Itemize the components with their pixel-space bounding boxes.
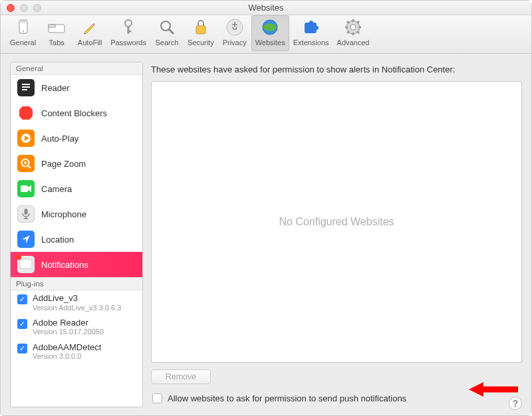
tab-privacy[interactable]: Privacy bbox=[218, 15, 251, 51]
svg-rect-6 bbox=[128, 26, 130, 34]
plugin-item-adobe-reader[interactable]: ✓ Adobe Reader Version 15.017.20050 bbox=[11, 315, 142, 340]
titlebar: Websites bbox=[1, 1, 531, 15]
plugin-item-addlive[interactable]: ✓ AddLive_v3 Version AddLive_v3 3.0.6.3 bbox=[11, 290, 142, 315]
sidebar-item-label: Reader bbox=[41, 83, 70, 93]
tabs-icon bbox=[47, 18, 66, 37]
reader-icon bbox=[17, 79, 35, 96]
autofill-icon bbox=[80, 18, 99, 37]
allow-permission-row: Allow websites to ask for permission to … bbox=[151, 391, 522, 407]
svg-rect-38 bbox=[25, 209, 28, 215]
sidebar-item-content-blockers[interactable]: Content Blockers bbox=[11, 100, 142, 126]
empty-state-text: No Configured Websites bbox=[279, 216, 394, 228]
sidebar-item-microphone[interactable]: Microphone bbox=[11, 201, 142, 227]
tab-label: Extensions bbox=[293, 39, 329, 47]
privacy-icon bbox=[225, 18, 244, 37]
microphone-icon bbox=[17, 205, 35, 223]
sidebar-item-location[interactable]: Location bbox=[11, 227, 142, 252]
plugin-name: AdobeAAMDetect bbox=[33, 342, 101, 353]
tab-tabs[interactable]: Tabs bbox=[40, 15, 73, 51]
tab-general[interactable]: General bbox=[6, 15, 40, 51]
security-icon bbox=[192, 18, 210, 37]
svg-line-23 bbox=[357, 31, 359, 33]
plugin-checkbox[interactable]: ✓ bbox=[17, 344, 27, 354]
window-title: Websites bbox=[1, 3, 531, 13]
svg-marker-44 bbox=[469, 382, 483, 397]
general-icon bbox=[14, 18, 33, 37]
svg-rect-36 bbox=[21, 185, 28, 192]
allow-permission-checkbox[interactable] bbox=[152, 393, 162, 403]
help-button[interactable]: ? bbox=[509, 397, 522, 410]
content-area: General Reader Content Blockers Auto-Pla… bbox=[1, 54, 531, 415]
camera-icon bbox=[17, 180, 35, 197]
tab-label: Security bbox=[188, 39, 214, 47]
plugin-name: Adobe Reader bbox=[33, 318, 104, 328]
sidebar-item-auto-play[interactable]: Auto-Play bbox=[11, 126, 142, 151]
svg-point-2 bbox=[22, 31, 23, 32]
sidebar-item-label: Page Zoom bbox=[41, 159, 86, 169]
sidebar: General Reader Content Blockers Auto-Pla… bbox=[10, 62, 143, 407]
plugin-checkbox[interactable]: ✓ bbox=[17, 294, 27, 304]
svg-rect-42 bbox=[20, 259, 32, 268]
svg-line-33 bbox=[28, 165, 31, 168]
sidebar-item-label: Auto-Play bbox=[41, 134, 78, 144]
tab-advanced[interactable]: Advanced bbox=[333, 15, 374, 51]
panel-description: These websites have asked for permission… bbox=[151, 62, 522, 74]
tab-label: Passwords bbox=[110, 39, 146, 47]
page-zoom-icon bbox=[17, 155, 35, 172]
search-icon bbox=[158, 18, 176, 37]
tab-security[interactable]: Security bbox=[184, 15, 218, 51]
extensions-icon bbox=[302, 18, 321, 37]
sidebar-section-general: General bbox=[11, 62, 142, 75]
plugin-item-adobe-aam[interactable]: ✓ AdobeAAMDetect Version 3.0.0.0 bbox=[11, 340, 142, 364]
allow-permission-label: Allow websites to ask for permission to … bbox=[168, 393, 406, 403]
auto-play-icon bbox=[17, 130, 35, 147]
passwords-icon bbox=[119, 18, 138, 37]
svg-line-22 bbox=[347, 21, 349, 23]
tab-label: Websites bbox=[255, 39, 285, 47]
svg-point-5 bbox=[125, 20, 132, 27]
plugin-version: Version AddLive_v3 3.0.6.3 bbox=[33, 304, 121, 312]
tab-passwords[interactable]: Passwords bbox=[106, 15, 150, 51]
annotation-arrow bbox=[469, 381, 518, 398]
main-panel: These websites have asked for permission… bbox=[151, 62, 522, 407]
svg-point-17 bbox=[350, 25, 356, 30]
tab-websites[interactable]: Websites bbox=[251, 15, 289, 51]
svg-marker-37 bbox=[28, 185, 31, 192]
websites-icon bbox=[261, 18, 279, 37]
sidebar-item-label: Location bbox=[41, 235, 74, 245]
sidebar-item-label: Content Blockers bbox=[41, 108, 107, 118]
tab-label: Search bbox=[156, 39, 179, 47]
content-blockers-icon bbox=[17, 104, 35, 122]
sidebar-item-camera[interactable]: Camera bbox=[11, 176, 142, 201]
sidebar-item-label: Microphone bbox=[41, 209, 86, 219]
tab-extensions[interactable]: Extensions bbox=[289, 15, 333, 51]
plugin-version: Version 15.017.20050 bbox=[33, 328, 104, 336]
sidebar-item-label: Camera bbox=[41, 184, 72, 194]
svg-line-25 bbox=[347, 31, 349, 33]
notifications-icon bbox=[17, 256, 35, 273]
remove-button[interactable]: Remove bbox=[151, 369, 211, 384]
preferences-toolbar: General Tabs AutoFill Passwords Search bbox=[1, 15, 531, 54]
sidebar-item-notifications[interactable]: Notifications bbox=[11, 252, 142, 277]
tab-label: Tabs bbox=[49, 39, 65, 47]
tab-label: General bbox=[10, 39, 36, 47]
plugin-name: AddLive_v3 bbox=[33, 293, 121, 304]
svg-marker-41 bbox=[22, 235, 30, 243]
tab-autofill[interactable]: AutoFill bbox=[73, 15, 106, 51]
preferences-window: Websites General Tabs AutoFill Passwords bbox=[0, 0, 532, 416]
sidebar-item-page-zoom[interactable]: Page Zoom bbox=[11, 151, 142, 176]
advanced-icon bbox=[344, 18, 362, 37]
sidebar-section-plugins: Plug-ins bbox=[11, 277, 142, 290]
remove-button-row: Remove bbox=[151, 369, 522, 384]
tab-search[interactable]: Search bbox=[150, 15, 184, 51]
location-icon bbox=[17, 231, 35, 248]
tab-label: Privacy bbox=[223, 39, 247, 47]
plugin-version: Version 3.0.0.0 bbox=[33, 352, 101, 361]
svg-rect-10 bbox=[196, 26, 205, 34]
sidebar-item-label: Notifications bbox=[41, 260, 88, 270]
tab-label: AutoFill bbox=[78, 39, 102, 47]
svg-line-9 bbox=[169, 29, 173, 33]
plugin-checkbox[interactable]: ✓ bbox=[17, 319, 27, 329]
websites-list: No Configured Websites bbox=[151, 81, 522, 363]
sidebar-item-reader[interactable]: Reader bbox=[11, 75, 142, 100]
